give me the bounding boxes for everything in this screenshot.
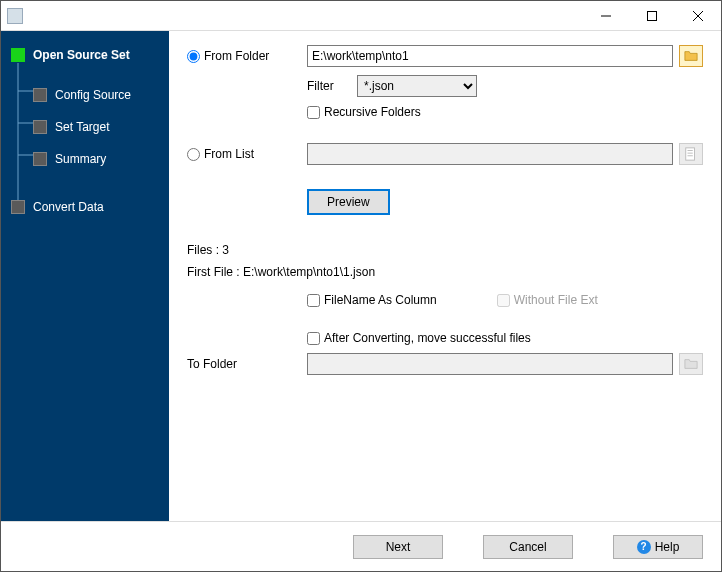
from-folder-label: From Folder: [204, 49, 269, 63]
from-folder-radio-label[interactable]: From Folder: [187, 49, 269, 63]
filename-col-label: FileName As Column: [324, 293, 437, 307]
app-icon: [7, 8, 23, 24]
to-folder-input[interactable]: [307, 353, 673, 375]
preview-button[interactable]: Preview: [307, 189, 390, 215]
nav-label: Set Target: [55, 120, 109, 134]
nav-box-icon: [11, 200, 25, 214]
to-folder-label: To Folder: [187, 357, 237, 371]
recursive-label: Recursive Folders: [324, 105, 421, 119]
sidebar: Open Source Set Config Source Set Target…: [1, 31, 169, 521]
nav-label: Config Source: [55, 88, 131, 102]
browse-folder-button[interactable]: [679, 45, 703, 67]
footer: Next Cancel ? Help: [1, 521, 721, 571]
cancel-button[interactable]: Cancel: [483, 535, 573, 559]
recursive-checkbox[interactable]: [307, 106, 320, 119]
from-list-label: From List: [204, 147, 254, 161]
recursive-checkbox-label[interactable]: Recursive Folders: [307, 105, 421, 119]
first-file-text: First File : E:\work\temp\nto1\1.json: [187, 265, 703, 279]
maximize-button[interactable]: [629, 1, 675, 31]
nav-box-icon: [33, 152, 47, 166]
app-window: Open Source Set Config Source Set Target…: [0, 0, 722, 572]
files-count-text: Files : 3: [187, 243, 703, 257]
nav-label: Summary: [55, 152, 106, 166]
nav-label: Convert Data: [33, 200, 104, 214]
from-list-radio[interactable]: [187, 148, 200, 161]
filename-col-checkbox[interactable]: [307, 294, 320, 307]
next-button[interactable]: Next: [353, 535, 443, 559]
window-controls: [583, 1, 721, 31]
nav-box-icon: [11, 48, 25, 62]
filename-col-checkbox-label[interactable]: FileName As Column: [307, 293, 437, 307]
nav-config-source[interactable]: Config Source: [1, 81, 169, 109]
nav-set-target[interactable]: Set Target: [1, 113, 169, 141]
close-button[interactable]: [675, 1, 721, 31]
nav-label: Open Source Set: [33, 48, 130, 62]
nav-open-source-set[interactable]: Open Source Set: [1, 41, 169, 69]
from-list-input[interactable]: [307, 143, 673, 165]
after-convert-label: After Converting, move successful files: [324, 331, 531, 345]
filter-combo[interactable]: *.json: [357, 75, 477, 97]
from-folder-input[interactable]: [307, 45, 673, 67]
from-list-radio-label[interactable]: From List: [187, 147, 254, 161]
filter-label: Filter: [307, 79, 351, 93]
folder-icon: [684, 49, 698, 63]
nav-summary[interactable]: Summary: [1, 145, 169, 173]
after-convert-checkbox[interactable]: [307, 332, 320, 345]
minimize-button[interactable]: [583, 1, 629, 31]
help-label: Help: [655, 540, 680, 554]
without-ext-checkbox-label: Without File Ext: [497, 293, 598, 307]
titlebar: [1, 1, 721, 31]
browse-list-button[interactable]: [679, 143, 703, 165]
nav-convert-data[interactable]: Convert Data: [1, 193, 169, 221]
main-panel: From Folder Filter *.json: [169, 31, 721, 521]
help-icon: ?: [637, 540, 651, 554]
list-file-icon: [684, 147, 698, 161]
svg-rect-1: [648, 11, 657, 20]
folder-icon: [684, 357, 698, 371]
svg-rect-9: [686, 148, 695, 160]
from-folder-radio[interactable]: [187, 50, 200, 63]
after-convert-checkbox-label[interactable]: After Converting, move successful files: [307, 331, 531, 345]
nav-box-icon: [33, 88, 47, 102]
without-ext-checkbox: [497, 294, 510, 307]
nav-box-icon: [33, 120, 47, 134]
without-ext-label: Without File Ext: [514, 293, 598, 307]
browse-to-folder-button[interactable]: [679, 353, 703, 375]
help-button[interactable]: ? Help: [613, 535, 703, 559]
